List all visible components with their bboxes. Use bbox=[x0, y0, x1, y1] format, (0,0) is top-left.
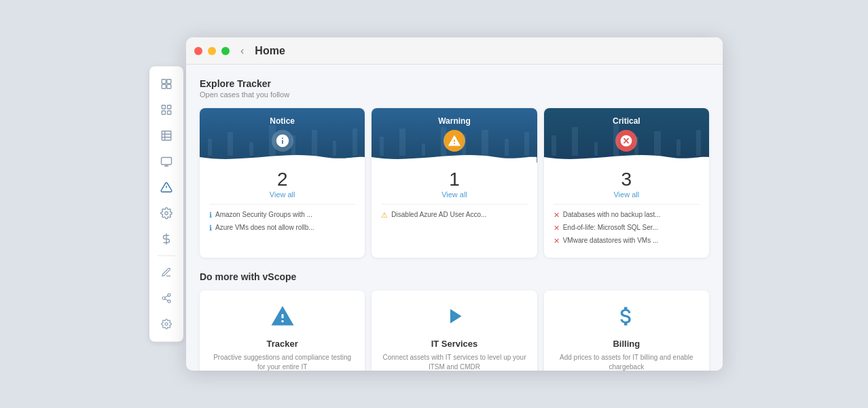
svg-rect-2 bbox=[162, 84, 166, 88]
explore-tracker-subtitle: Open cases that you follow bbox=[200, 90, 709, 99]
sidebar-item-alert[interactable] bbox=[153, 175, 180, 200]
svg-line-23 bbox=[165, 296, 168, 298]
svg-point-24 bbox=[165, 323, 168, 326]
svg-rect-7 bbox=[168, 111, 171, 114]
do-more-cards-row: Tracker Proactive suggestions and compli… bbox=[200, 290, 709, 371]
page-title: Home bbox=[255, 45, 285, 57]
sidebar-item-dashboard[interactable] bbox=[153, 98, 180, 122]
notice-items: ℹ Amazon Security Groups with ... ℹ Azur… bbox=[209, 204, 355, 233]
notice-item-2-icon: ℹ bbox=[209, 223, 212, 233]
svg-rect-0 bbox=[162, 80, 166, 84]
sidebar-item-dollar[interactable] bbox=[153, 227, 180, 252]
itservices-card-icon bbox=[442, 304, 467, 333]
svg-line-22 bbox=[165, 299, 168, 301]
explore-tracker-title: Explore Tracker bbox=[200, 78, 709, 89]
sidebar-item-settings[interactable] bbox=[153, 312, 180, 337]
svg-rect-3 bbox=[167, 84, 171, 88]
warning-card-label: Warning bbox=[381, 116, 527, 126]
svg-point-20 bbox=[162, 297, 165, 300]
svg-point-17 bbox=[165, 211, 168, 215]
critical-item-1: ✕ Databases with no backup last... bbox=[554, 210, 700, 220]
warning-items: ⚠ Disabled Azure AD User Acco... bbox=[381, 204, 527, 220]
do-more-tracker-title: Tracker bbox=[267, 339, 298, 349]
do-more-title: Do more with vScope bbox=[200, 271, 709, 282]
sidebar-item-screen[interactable] bbox=[153, 150, 180, 174]
svg-rect-12 bbox=[162, 158, 172, 165]
warning-count: 1 bbox=[381, 169, 527, 190]
sidebar-item-layers[interactable] bbox=[153, 72, 180, 97]
tracker-card-notice[interactable]: Notice 2 bbox=[200, 108, 365, 258]
critical-item-2-icon: ✕ bbox=[554, 223, 560, 233]
notice-item-1: ℹ Amazon Security Groups with ... bbox=[209, 210, 355, 220]
svg-rect-4 bbox=[162, 105, 165, 109]
back-button[interactable]: ‹ bbox=[240, 45, 244, 57]
main-content: Explore Tracker Open cases that you foll… bbox=[186, 65, 723, 371]
explore-tracker-section: Explore Tracker Open cases that you foll… bbox=[200, 78, 709, 258]
do-more-billing-desc: Add prices to assets for IT billing and … bbox=[554, 353, 700, 371]
tracker-cards-row: Notice 2 bbox=[200, 108, 709, 258]
svg-rect-6 bbox=[162, 111, 165, 114]
do-more-card-billing[interactable]: Billing Add prices to assets for IT bill… bbox=[544, 290, 709, 371]
notice-view-all[interactable]: View all bbox=[209, 190, 355, 199]
notice-item-1-icon: ℹ bbox=[209, 210, 212, 220]
do-more-card-tracker[interactable]: Tracker Proactive suggestions and compli… bbox=[200, 290, 365, 371]
svg-rect-8 bbox=[162, 131, 171, 141]
do-more-itservices-desc: Connect assets with IT services to level… bbox=[381, 353, 527, 371]
svg-point-19 bbox=[168, 294, 170, 296]
tracker-card-icon bbox=[270, 304, 295, 333]
tracker-card-warning[interactable]: Warning bbox=[372, 108, 537, 258]
notice-count: 2 bbox=[209, 169, 355, 190]
notice-item-2: ℹ Azure VMs does not allow rollb... bbox=[209, 223, 355, 233]
do-more-section: Do more with vScope Tracker Proactive su… bbox=[200, 271, 709, 371]
maximize-dot[interactable] bbox=[221, 47, 230, 55]
critical-view-all[interactable]: View all bbox=[554, 190, 700, 199]
warning-view-all[interactable]: View all bbox=[381, 190, 527, 199]
tracker-card-critical[interactable]: Critical bbox=[544, 108, 709, 258]
close-dot[interactable] bbox=[194, 47, 202, 55]
titlebar: ‹ Home bbox=[186, 37, 723, 65]
critical-item-1-icon: ✕ bbox=[554, 210, 560, 220]
sidebar-item-gear[interactable] bbox=[153, 201, 180, 226]
svg-rect-5 bbox=[168, 105, 171, 109]
warning-item-1: ⚠ Disabled Azure AD User Acco... bbox=[381, 210, 527, 220]
sidebar-item-share[interactable] bbox=[153, 286, 180, 311]
warning-item-1-icon: ⚠ bbox=[381, 210, 388, 220]
do-more-itservices-title: IT Services bbox=[431, 339, 478, 349]
minimize-dot[interactable] bbox=[208, 47, 216, 55]
do-more-billing-title: Billing bbox=[613, 339, 640, 349]
notice-card-label: Notice bbox=[209, 116, 355, 126]
sidebar-item-table[interactable] bbox=[153, 124, 180, 148]
do-more-card-itservices[interactable]: IT Services Connect assets with IT servi… bbox=[372, 290, 537, 371]
critical-count: 3 bbox=[554, 169, 700, 190]
svg-rect-1 bbox=[167, 80, 171, 84]
critical-item-3: ✕ VMware datastores with VMs ... bbox=[554, 236, 700, 245]
billing-card-icon bbox=[614, 304, 638, 333]
critical-item-3-icon: ✕ bbox=[554, 236, 560, 245]
critical-item-2: ✕ End-of-life: Microsoft SQL Ser... bbox=[554, 223, 700, 233]
svg-point-21 bbox=[168, 300, 170, 303]
sidebar-item-edit[interactable] bbox=[153, 260, 180, 285]
critical-items: ✕ Databases with no backup last... ✕ End… bbox=[554, 204, 700, 246]
do-more-tracker-desc: Proactive suggestions and compliance tes… bbox=[209, 353, 355, 371]
